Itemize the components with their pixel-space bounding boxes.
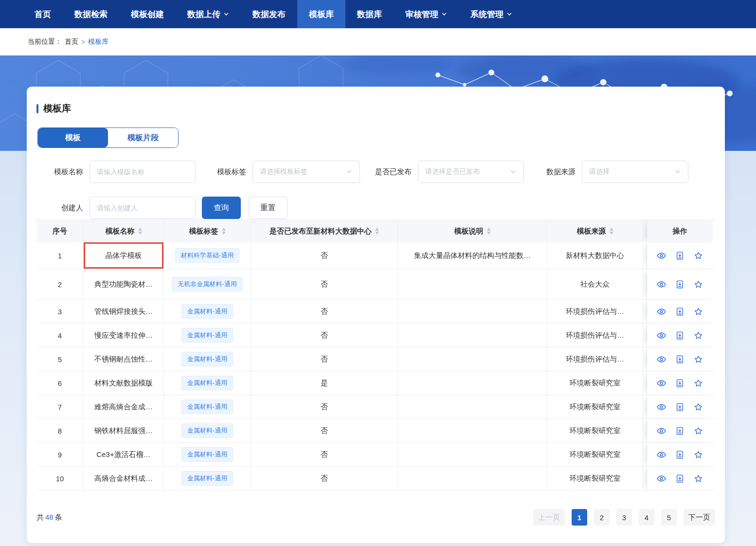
cell-index: 3 (36, 300, 84, 323)
preview-eye-icon[interactable] (657, 280, 666, 289)
sort-icon[interactable] (375, 228, 379, 235)
preview-eye-icon[interactable] (657, 355, 666, 364)
preview-eye-icon[interactable] (657, 450, 666, 459)
favorite-star-icon[interactable] (694, 474, 703, 483)
tag-badge: 金属材料-通用 (181, 328, 233, 343)
tag-badge: 金属材料-通用 (181, 400, 233, 414)
nav-item-label: 数据发布 (252, 9, 286, 20)
favorite-star-icon[interactable] (694, 331, 703, 340)
column-header[interactable]: 模板说明 (398, 220, 547, 242)
table-row: 5 不锈钢耐点蚀性… 金属材料-通用 否 环境损伤评估与… (36, 347, 715, 371)
favorite-star-icon[interactable] (694, 379, 703, 388)
column-header[interactable]: 是否已发布至新材料大数据中心 (251, 220, 398, 242)
download-icon[interactable] (675, 280, 684, 289)
search-button[interactable]: 查询 (202, 197, 241, 219)
column-header[interactable]: 模板名称 (84, 220, 164, 242)
cell-index: 5 (36, 347, 84, 371)
page-button-2[interactable]: 2 (594, 509, 610, 526)
download-icon[interactable] (675, 379, 684, 388)
page-button-1[interactable]: 1 (572, 509, 587, 526)
template-name-input-field[interactable] (97, 168, 188, 176)
table-row: 2 典型功能陶瓷材… 无机非金属材料-通用 否 社会大众 (36, 269, 715, 300)
download-icon[interactable] (675, 355, 684, 364)
data-source-label: 数据来源 (524, 167, 582, 177)
cell-template-name: 慢应变速率拉伸… (84, 324, 164, 347)
favorite-star-icon[interactable] (694, 402, 703, 412)
column-header[interactable]: 模板来源 (547, 220, 643, 242)
preview-eye-icon[interactable] (657, 474, 666, 483)
preview-eye-icon[interactable] (657, 426, 666, 436)
total-suffix: 条 (55, 513, 62, 521)
sort-icon[interactable] (610, 228, 613, 235)
cell-template-tag: 金属材料-通用 (164, 347, 251, 371)
preview-eye-icon[interactable] (657, 307, 666, 316)
nav-item-label: 模板库 (309, 9, 334, 20)
nav-item-9[interactable]: 系统管理 (459, 0, 524, 28)
favorite-star-icon[interactable] (694, 280, 703, 289)
download-icon[interactable] (675, 450, 684, 459)
published-select[interactable]: 请选择是否已发布 (418, 161, 524, 183)
cell-description (398, 467, 547, 490)
tab-template[interactable]: 模板 (38, 128, 108, 147)
download-icon[interactable] (675, 426, 684, 436)
sort-icon[interactable] (222, 228, 226, 235)
column-header-actions: 操作 (647, 220, 713, 242)
preview-eye-icon[interactable] (657, 379, 666, 388)
next-page-button[interactable]: 下一页 (684, 509, 715, 526)
nav-item-7[interactable]: 数据库 (345, 0, 394, 28)
page-button-4[interactable]: 4 (639, 509, 654, 526)
nav-item-5[interactable]: 数据发布 (241, 0, 297, 28)
favorite-star-icon[interactable] (694, 251, 703, 260)
download-icon[interactable] (675, 331, 684, 340)
creator-input[interactable] (90, 197, 196, 219)
reset-button[interactable]: 重置 (249, 197, 288, 219)
chevron-down-icon (674, 168, 681, 175)
page-title: 模板库 (43, 102, 71, 115)
tag-badge: 材料科学基础-通用 (175, 248, 239, 263)
cell-index: 8 (36, 419, 84, 442)
breadcrumb-home-link[interactable]: 首页 (65, 37, 78, 46)
nav-item-8[interactable]: 审核管理 (394, 0, 459, 28)
preview-eye-icon[interactable] (657, 251, 666, 260)
favorite-star-icon[interactable] (694, 307, 703, 316)
preview-eye-icon[interactable] (657, 331, 666, 340)
cell-description (398, 419, 547, 442)
sort-icon[interactable] (138, 228, 142, 235)
cell-published: 否 (251, 300, 398, 323)
favorite-star-icon[interactable] (694, 450, 703, 459)
cell-template-name: 钢铁材料屈服强… (84, 419, 164, 442)
chevron-down-icon (441, 11, 447, 17)
page-button-3[interactable]: 3 (616, 509, 632, 526)
preview-eye-icon[interactable] (657, 402, 666, 412)
cell-actions (647, 443, 713, 466)
chevron-down-icon (346, 168, 353, 175)
cell-index: 1 (36, 242, 84, 269)
template-tag-select[interactable]: 请选择模板标签 (252, 161, 360, 183)
data-source-select[interactable]: 请选择 (582, 161, 688, 183)
breadcrumb-current[interactable]: 模板库 (88, 37, 108, 46)
sort-icon[interactable] (487, 228, 491, 235)
creator-input-field[interactable] (97, 204, 188, 212)
nav-item-6[interactable]: 模板库 (297, 0, 345, 28)
download-icon[interactable] (675, 402, 684, 412)
template-name-input[interactable] (90, 161, 196, 183)
cell-index: 9 (36, 443, 84, 466)
nav-item-4[interactable]: 数据上传 (176, 0, 241, 28)
tab-template-fragment[interactable]: 模板片段 (108, 128, 178, 147)
download-icon[interactable] (675, 307, 684, 316)
cell-published: 否 (251, 269, 398, 299)
column-header[interactable]: 模板标签 (164, 220, 251, 242)
column-header: 序号 (36, 220, 84, 242)
template-table: 序号模板名称模板标签是否已发布至新材料大数据中心模板说明模板来源操作 1 晶体学… (36, 219, 715, 491)
template-tag-placeholder: 请选择模板标签 (260, 167, 346, 176)
favorite-star-icon[interactable] (694, 355, 703, 364)
download-icon[interactable] (675, 474, 684, 483)
page-button-5[interactable]: 5 (661, 509, 677, 526)
favorite-star-icon[interactable] (694, 426, 703, 436)
nav-item-2[interactable]: 数据检索 (63, 0, 119, 28)
nav-item-3[interactable]: 模板创建 (119, 0, 176, 28)
tag-badge: 无机非金属材料-通用 (172, 277, 242, 291)
nav-item-1[interactable]: 首页 (23, 0, 63, 28)
tag-badge: 金属材料-通用 (181, 352, 233, 366)
download-icon[interactable] (675, 251, 684, 260)
